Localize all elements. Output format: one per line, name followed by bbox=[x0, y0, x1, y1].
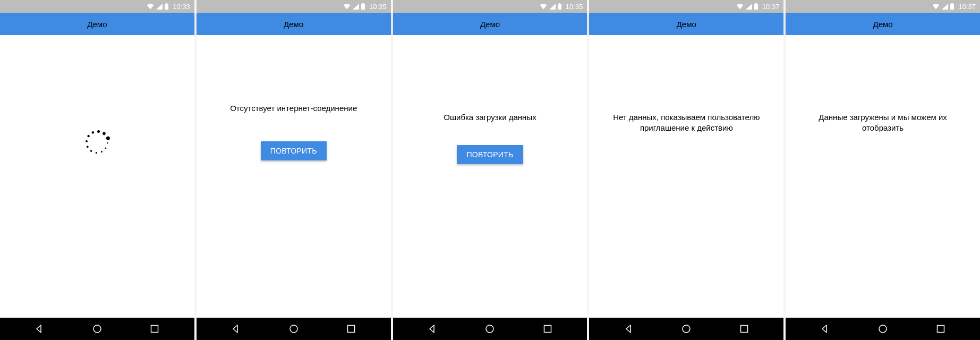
svg-rect-7 bbox=[348, 326, 355, 333]
signal-icon bbox=[942, 4, 948, 10]
svg-rect-13 bbox=[755, 3, 757, 4]
status-time: 10:35 bbox=[369, 3, 387, 11]
svg-point-14 bbox=[683, 325, 690, 333]
svg-rect-11 bbox=[544, 326, 551, 333]
svg-point-2 bbox=[93, 325, 101, 333]
nav-home-button[interactable] bbox=[670, 318, 702, 340]
signal-icon bbox=[156, 4, 163, 10]
battery-icon bbox=[950, 3, 954, 10]
error-message: Ошибка загрузки данных bbox=[428, 112, 552, 123]
status-bar: 10:33 bbox=[0, 0, 194, 13]
battery-icon bbox=[165, 3, 168, 10]
nav-recent-button[interactable] bbox=[532, 318, 564, 340]
svg-rect-16 bbox=[950, 4, 954, 10]
status-bar: 10:35 bbox=[197, 0, 391, 13]
svg-rect-19 bbox=[937, 326, 944, 333]
app-title: Демо bbox=[873, 20, 893, 29]
nav-recent-button[interactable] bbox=[139, 318, 171, 340]
svg-point-10 bbox=[486, 325, 493, 333]
nav-back-button[interactable] bbox=[416, 318, 448, 340]
svg-point-6 bbox=[290, 325, 297, 333]
app-bar: Демо bbox=[197, 13, 391, 35]
empty-state-message: Нет данных, показываем пользователю приг… bbox=[589, 112, 783, 134]
signal-icon bbox=[353, 4, 359, 10]
phone-screen-1: 10:33 Демо bbox=[0, 0, 194, 340]
svg-rect-8 bbox=[558, 4, 561, 10]
app-title: Демо bbox=[284, 20, 303, 29]
content-area: Данные загружены и мы можем их отобразит… bbox=[786, 35, 980, 318]
svg-rect-0 bbox=[165, 4, 168, 10]
wifi-icon bbox=[343, 4, 351, 10]
svg-rect-15 bbox=[740, 326, 747, 333]
svg-rect-4 bbox=[361, 4, 365, 10]
status-time: 10:33 bbox=[173, 3, 190, 11]
nav-bar bbox=[0, 318, 194, 340]
phone-screen-2: 10:35 Демо Отсутствует интернет-соединен… bbox=[197, 0, 391, 340]
battery-icon bbox=[754, 3, 758, 10]
nav-back-button[interactable] bbox=[220, 318, 252, 340]
nav-recent-button[interactable] bbox=[925, 318, 957, 340]
battery-icon bbox=[558, 3, 561, 10]
nav-recent-button[interactable] bbox=[728, 318, 760, 340]
nav-bar bbox=[786, 318, 980, 340]
nav-bar bbox=[393, 318, 587, 340]
error-message: Отсутствует интернет-соединение bbox=[214, 103, 373, 114]
nav-bar bbox=[589, 318, 783, 340]
nav-back-button[interactable] bbox=[23, 318, 55, 340]
content-area: Отсутствует интернет-соединение ПОВТОРИТ… bbox=[197, 35, 391, 318]
signal-icon bbox=[549, 4, 556, 10]
app-title: Демо bbox=[87, 20, 107, 29]
status-bar: 10:35 bbox=[393, 0, 587, 13]
app-bar: Демо bbox=[786, 13, 980, 35]
content-area bbox=[0, 35, 194, 318]
nav-home-button[interactable] bbox=[474, 318, 506, 340]
battery-icon bbox=[361, 3, 365, 10]
nav-recent-button[interactable] bbox=[335, 318, 367, 340]
nav-bar bbox=[197, 318, 391, 340]
data-loaded-message: Данные загружены и мы можем их отобразит… bbox=[786, 112, 980, 134]
svg-rect-9 bbox=[559, 3, 560, 4]
svg-rect-1 bbox=[166, 3, 167, 4]
status-bar: 10:37 bbox=[589, 0, 783, 13]
nav-back-button[interactable] bbox=[809, 318, 841, 340]
wifi-icon bbox=[540, 4, 547, 10]
svg-rect-3 bbox=[151, 326, 158, 333]
wifi-icon bbox=[147, 4, 154, 10]
nav-home-button[interactable] bbox=[867, 318, 899, 340]
status-time: 10:35 bbox=[566, 3, 583, 11]
nav-back-button[interactable] bbox=[613, 318, 645, 340]
phone-screen-5: 10:37 Демо Данные загружены и мы можем и… bbox=[786, 0, 980, 340]
svg-rect-17 bbox=[951, 3, 953, 4]
status-time: 10:37 bbox=[958, 3, 976, 11]
wifi-icon bbox=[736, 4, 744, 10]
app-bar: Демо bbox=[393, 13, 587, 35]
loading-spinner-icon bbox=[86, 131, 109, 154]
svg-rect-12 bbox=[754, 4, 758, 10]
signal-icon bbox=[746, 4, 752, 10]
content-area: Ошибка загрузки данных ПОВТОРИТЬ bbox=[393, 35, 587, 318]
retry-button[interactable]: ПОВТОРИТЬ bbox=[261, 141, 327, 160]
svg-point-18 bbox=[879, 325, 887, 333]
status-time: 10:37 bbox=[762, 3, 780, 11]
phone-screen-4: 10:37 Демо Нет данных, показываем пользо… bbox=[589, 0, 783, 340]
app-bar: Демо bbox=[0, 13, 194, 35]
phone-screen-3: 10:35 Демо Ошибка загрузки данных ПОВТОР… bbox=[393, 0, 587, 340]
nav-home-button[interactable] bbox=[81, 318, 113, 340]
app-title: Демо bbox=[480, 20, 500, 29]
nav-home-button[interactable] bbox=[278, 318, 310, 340]
svg-rect-5 bbox=[362, 3, 364, 4]
retry-button[interactable]: ПОВТОРИТЬ bbox=[457, 145, 523, 164]
app-bar: Демо bbox=[589, 13, 783, 35]
wifi-icon bbox=[932, 4, 940, 10]
status-bar: 10:37 bbox=[786, 0, 980, 13]
app-title: Демо bbox=[677, 20, 696, 29]
content-area: Нет данных, показываем пользователю приг… bbox=[589, 35, 783, 318]
